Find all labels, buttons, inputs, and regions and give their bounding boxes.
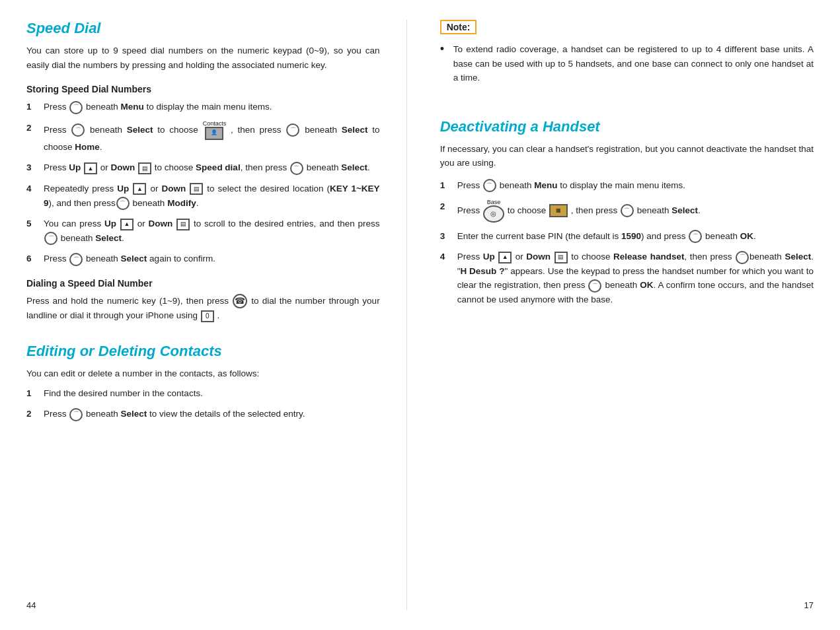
storing-steps-list: 1 Press ⌒ beneath Menu to display the ma… (26, 100, 380, 266)
down-icon-4: ▤ (190, 183, 203, 195)
down-icon-5: ▤ (176, 219, 190, 230)
up-icon-d4: ▲ (498, 252, 512, 263)
editing-step-2: 2 Press ⌒ beneath Select to view the det… (26, 407, 380, 421)
phone-icon: ☎ (233, 294, 247, 308)
deactivating-step-2: 2 Press Base ◎ to choose ▦ , then press … (440, 199, 814, 223)
select-btn-2a: ⌒ (71, 123, 85, 137)
select-btn-3: ⌒ (290, 162, 303, 175)
menu-btn-1: ⌒ (69, 101, 83, 114)
up-icon-5: ▲ (120, 219, 134, 230)
storing-step-5: 5 You can press Up ▲ or Down ▤ to scroll… (26, 217, 380, 245)
deactivating-title: Deactivating a Handset (440, 118, 814, 135)
editing-section: Editing or Deleting Contacts You can edi… (26, 343, 380, 421)
dialing-text: Press and hold the numeric key (1~9), th… (26, 294, 380, 323)
select-btn-edit-2: ⌒ (69, 408, 83, 421)
base-btn-wrapper: Base ◎ (482, 199, 505, 223)
select-btn-d2: ⌒ (621, 204, 634, 217)
deactivating-step-1: 1 Press ⌒ beneath Menu to display the ma… (440, 178, 814, 193)
storing-step-3: 3 Press Up ▲ or Down ▤ to choose Speed d… (26, 160, 380, 175)
note-bullets: • To extend radio coverage, a handset ca… (440, 42, 814, 85)
right-column: Note: • To extend radio coverage, a hand… (407, 20, 814, 610)
deactivating-steps-list: 1 Press ⌒ beneath Menu to display the ma… (440, 178, 814, 307)
modify-btn-4: ⌒ (116, 197, 130, 210)
note-section: Note: • To extend radio coverage, a hand… (440, 20, 814, 85)
select-btn-6: ⌒ (69, 253, 83, 266)
left-column: Speed Dial You can store up to 9 speed d… (26, 20, 407, 610)
editing-steps-list: 1 Find the desired number in the contact… (26, 386, 380, 421)
speed-dial-section: Speed Dial You can store up to 9 speed d… (26, 20, 380, 323)
editing-step-1: 1 Find the desired number in the contact… (26, 386, 380, 401)
select-btn-5: ⌒ (44, 232, 57, 245)
base-btn: ◎ (483, 205, 504, 223)
base-grid-icon: ▦ (549, 204, 568, 217)
ok-btn-d4: ⌒ (588, 279, 601, 293)
select-btn-2b: ⌒ (286, 123, 299, 137)
storing-step-6: 6 Press ⌒ beneath Select again to confir… (26, 252, 380, 266)
note-label: Note: (440, 20, 477, 34)
storing-step-4: 4 Repeatedly press Up ▲ or Down ▤ to sel… (26, 182, 380, 210)
up-icon-3: ▲ (84, 162, 97, 174)
storing-subsection-title: Storing Speed Dial Numbers (26, 84, 380, 94)
down-icon-d4: ▤ (554, 252, 568, 263)
deactivating-step-3: 3 Enter the current base PIN (the defaul… (440, 229, 814, 244)
dialing-subsection-title: Dialing a Speed Dial Number (26, 278, 380, 289)
speed-dial-intro: You can store up to 9 speed dial numbers… (26, 44, 380, 72)
ok-btn-d3: ⌒ (689, 230, 702, 243)
speed-dial-title: Speed Dial (26, 20, 380, 37)
storing-step-2: 2 Press ⌒ beneath Select to choose Conta… (26, 121, 380, 155)
bullet-icon: • (440, 42, 451, 57)
note-bullet-1: • To extend radio coverage, a handset ca… (440, 42, 814, 85)
deactivating-intro: If necessary, you can clear a handset's … (440, 142, 814, 170)
contacts-icon-wrapper: Contacts 👤 (203, 121, 227, 140)
down-icon-3: ▤ (138, 162, 151, 174)
up-icon-4: ▲ (133, 183, 146, 195)
page-number-right: 17 (804, 600, 814, 610)
editing-intro: You can edit or delete a number in the c… (26, 367, 380, 381)
select-btn-d4a: ⌒ (736, 251, 749, 264)
deactivating-section: Deactivating a Handset If necessary, you… (440, 118, 814, 307)
zero-icon: 0 (201, 310, 214, 322)
dialing-subsection: Dialing a Speed Dial Number Press and ho… (26, 278, 380, 323)
note-bullet-text: To extend radio coverage, a handset can … (453, 42, 814, 85)
storing-step-1: 1 Press ⌒ beneath Menu to display the ma… (26, 100, 380, 114)
page-number-left: 44 (26, 600, 36, 610)
menu-btn-d1: ⌒ (483, 179, 496, 192)
contacts-icon: 👤 (205, 127, 223, 140)
editing-title: Editing or Deleting Contacts (26, 343, 380, 360)
deactivating-step-4: 4 Press Up ▲ or Down ▤ to choose Release… (440, 250, 814, 306)
